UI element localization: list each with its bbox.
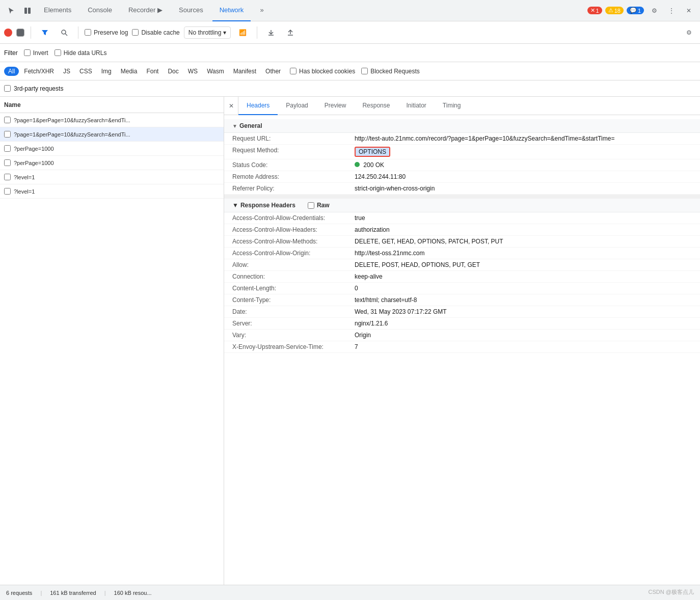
close-panel-button[interactable]: ✕ (224, 97, 238, 115)
type-filter-font[interactable]: Font (142, 67, 163, 76)
hide-data-urls-label: Hide data URLs (64, 49, 107, 57)
filter-bar: Filter Invert Hide data URLs (0, 44, 700, 62)
type-filter-bar: All Fetch/XHR JS CSS Img Media Font Doc … (0, 62, 700, 80)
resp-val-11: 7 (355, 343, 692, 350)
third-party-checkbox[interactable] (4, 85, 11, 92)
network-conditions-icon[interactable]: 📶 (235, 27, 251, 38)
stop-button[interactable] (16, 29, 24, 37)
request-row-1-checkbox[interactable] (4, 131, 11, 138)
type-filter-other[interactable]: Other (261, 67, 285, 76)
dock-icon[interactable] (20, 4, 35, 18)
tab-recorder[interactable]: Recorder ▶ (121, 0, 170, 21)
panel-tab-preview[interactable]: Preview (316, 97, 355, 115)
panel-tab-headers[interactable]: Headers (238, 97, 278, 115)
record-button[interactable] (4, 29, 12, 37)
export-icon[interactable] (283, 27, 298, 38)
resp-val-2: DELETE, GET, HEAD, OPTIONS, PATCH, POST,… (355, 238, 692, 245)
panel-tab-timing[interactable]: Timing (435, 97, 469, 115)
type-filter-wasm[interactable]: Wasm (203, 67, 228, 76)
panel-tab-payload[interactable]: Payload (278, 97, 316, 115)
resp-header-10: Vary: Origin (224, 330, 700, 341)
remote-address-row: Remote Address: 124.250.244.11:80 (224, 171, 700, 183)
disable-cache-checkbox[interactable]: Disable cache (132, 29, 179, 36)
hide-data-urls-checkbox[interactable]: Hide data URLs (55, 49, 107, 57)
resp-key-10: Vary: (232, 332, 355, 339)
resp-key-3: Access-Control-Allow-Origin: (232, 250, 355, 257)
third-party-label: 3rd-party requests (14, 85, 63, 92)
preserve-log-label: Preserve log (94, 29, 128, 36)
request-row-4-checkbox[interactable] (4, 174, 11, 180)
request-method-row: Request Method: OPTIONS (224, 145, 700, 159)
type-filter-manifest[interactable]: Manifest (229, 67, 260, 76)
request-row-3-checkbox[interactable] (4, 159, 11, 166)
response-headers-label: Response Headers (240, 202, 295, 209)
general-section-header[interactable]: ▼ General (224, 119, 700, 133)
request-row-2[interactable]: ?perPage=1000 (0, 142, 224, 156)
resp-val-1: authorization (355, 226, 692, 233)
import-icon[interactable] (263, 27, 279, 38)
toolbar-separator-1 (31, 26, 31, 39)
resp-val-0: true (355, 214, 692, 222)
invert-input[interactable] (24, 49, 31, 56)
type-filter-media[interactable]: Media (117, 67, 142, 76)
panel-tab-response[interactable]: Response (354, 97, 398, 115)
settings-network-icon[interactable]: ⚙ (682, 25, 696, 40)
type-filter-ws[interactable]: WS (184, 67, 202, 76)
request-row-1[interactable]: ?page=1&perPage=10&fuzzySearch=&endTi... (0, 127, 224, 142)
headers-content: ▼ General Request URL: http://test-auto.… (224, 115, 700, 585)
resp-val-6: 0 (355, 285, 692, 292)
request-row-5-checkbox[interactable] (4, 188, 11, 195)
type-filter-css[interactable]: CSS (75, 67, 96, 76)
type-filter-img[interactable]: Img (97, 67, 116, 76)
resp-key-7: Content-Type: (232, 296, 355, 304)
tab-sources[interactable]: Sources (172, 0, 210, 21)
resp-key-1: Access-Control-Allow-Headers: (232, 226, 355, 233)
type-filter-js[interactable]: JS (59, 67, 74, 76)
more-menu-icon[interactable]: ⋮ (664, 4, 679, 18)
request-list: ?page=1&perPage=10&fuzzySearch=&endTi...… (0, 113, 224, 585)
request-row-0-checkbox[interactable] (4, 117, 11, 123)
request-row-4[interactable]: ?level=1 (0, 170, 224, 184)
preserve-log-input[interactable] (85, 29, 91, 36)
response-headers-section-header[interactable]: ▼ Response Headers Raw (224, 195, 700, 212)
blocked-cookies-input[interactable] (290, 68, 297, 74)
request-row-5[interactable]: ?level=1 (0, 184, 224, 199)
resp-header-2: Access-Control-Allow-Methods: DELETE, GE… (224, 236, 700, 248)
preserve-log-checkbox[interactable]: Preserve log (85, 29, 128, 36)
blocked-requests-checkbox[interactable]: Blocked Requests (361, 68, 420, 75)
filter-icon[interactable] (37, 27, 52, 38)
invert-label: Invert (33, 49, 48, 57)
raw-checkbox-input[interactable] (308, 202, 314, 209)
resp-key-5: Connection: (232, 273, 355, 280)
request-row-1-name: ?page=1&perPage=10&fuzzySearch=&endTi... (14, 131, 130, 138)
request-row-3[interactable]: ?perPage=1000 (0, 156, 224, 170)
resp-val-7: text/html; charset=utf-8 (355, 296, 692, 304)
raw-checkbox-label[interactable]: Raw (308, 202, 330, 209)
invert-checkbox[interactable]: Invert (24, 49, 48, 57)
type-filter-all[interactable]: All (4, 67, 19, 76)
throttle-select[interactable]: No throttling ▾ (184, 26, 231, 39)
status-resources: 160 kB resou... (114, 590, 152, 596)
blocked-cookies-checkbox[interactable]: Has blocked cookies (290, 68, 355, 75)
tab-console[interactable]: Console (80, 0, 119, 21)
disable-cache-label: Disable cache (141, 29, 179, 36)
resp-val-9: nginx/1.21.6 (355, 320, 692, 327)
tab-elements[interactable]: Elements (37, 0, 78, 21)
resp-key-8: Date: (232, 308, 355, 315)
request-row-2-checkbox[interactable] (4, 145, 11, 152)
hide-data-urls-input[interactable] (55, 49, 61, 56)
settings-icon[interactable]: ⚙ (647, 4, 661, 18)
close-icon[interactable]: ✕ (682, 4, 696, 18)
tab-network[interactable]: Network (212, 0, 251, 21)
resp-header-7: Content-Type: text/html; charset=utf-8 (224, 294, 700, 306)
blocked-requests-input[interactable] (361, 68, 368, 74)
request-row-0[interactable]: ?page=1&perPage=10&fuzzySearch=&endTi... (0, 113, 224, 127)
tab-more[interactable]: » (253, 0, 271, 21)
search-icon[interactable] (57, 27, 72, 38)
disable-cache-input[interactable] (132, 29, 139, 36)
cursor-icon[interactable] (4, 4, 18, 18)
right-panel: ✕ Headers Payload Preview Response Initi… (224, 97, 700, 585)
type-filter-doc[interactable]: Doc (164, 67, 182, 76)
panel-tab-initiator[interactable]: Initiator (398, 97, 434, 115)
type-filter-fetchxhr[interactable]: Fetch/XHR (20, 67, 58, 76)
